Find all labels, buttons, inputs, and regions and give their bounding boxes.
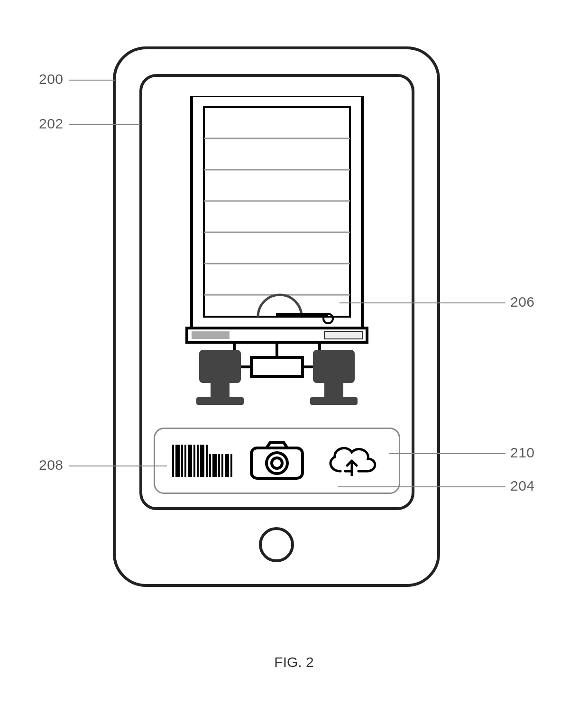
- callout-label-208: 208: [39, 457, 64, 473]
- device-screen: [139, 74, 414, 510]
- callout-label-210: 210: [510, 445, 535, 461]
- svg-point-25: [266, 453, 287, 474]
- barcode-icon: [172, 445, 232, 477]
- camera-viewport: [154, 90, 400, 417]
- callout-label-204: 204: [510, 478, 535, 494]
- svg-rect-19: [211, 383, 230, 397]
- callout-label-206: 206: [510, 294, 535, 310]
- mobile-device: [113, 46, 440, 587]
- callout-line-208: [69, 466, 167, 466]
- callout-label-200: 200: [39, 71, 64, 87]
- home-button[interactable]: [259, 527, 294, 562]
- action-toolbar: [154, 428, 400, 494]
- camera-icon: [248, 440, 305, 481]
- svg-rect-8: [276, 313, 328, 318]
- svg-rect-23: [310, 397, 358, 405]
- truck-illustration: [177, 96, 377, 409]
- svg-rect-18: [199, 350, 241, 383]
- callout-line-202: [69, 124, 140, 125]
- svg-rect-12: [324, 331, 362, 339]
- barcode-scan-button[interactable]: [174, 437, 230, 484]
- callout-line-204: [338, 486, 505, 487]
- figure-canvas: 200 202 208 206 210 204 FIG. 2: [0, 0, 588, 712]
- svg-rect-11: [192, 331, 230, 339]
- svg-rect-22: [324, 383, 343, 397]
- callout-label-202: 202: [39, 116, 64, 132]
- camera-capture-button[interactable]: [248, 437, 305, 484]
- cloud-upload-button[interactable]: [323, 437, 380, 484]
- figure-caption: FIG. 2: [274, 654, 313, 670]
- cloud-upload-icon: [323, 442, 380, 480]
- svg-point-26: [272, 458, 282, 468]
- svg-rect-20: [196, 397, 244, 405]
- callout-line-210: [389, 453, 505, 454]
- svg-rect-17: [251, 357, 303, 376]
- svg-rect-21: [313, 350, 355, 383]
- callout-line-200: [69, 80, 115, 81]
- callout-line-206: [340, 302, 505, 303]
